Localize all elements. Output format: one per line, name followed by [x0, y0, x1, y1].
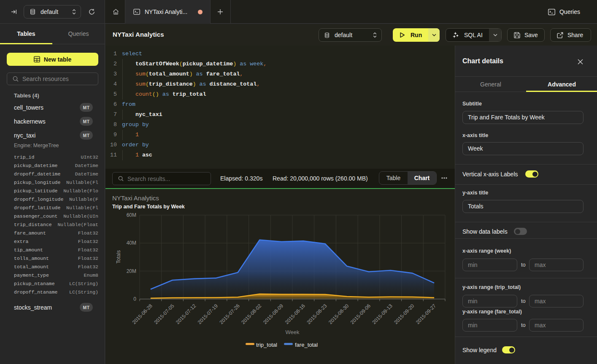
svg-text:40M: 40M — [127, 240, 136, 246]
svg-text:Trip and Fare Totals by Week: Trip and Fare Totals by Week — [112, 204, 185, 210]
svg-text:2015-06-28: 2015-06-28 — [131, 303, 154, 326]
svg-text:2015-08-09: 2015-08-09 — [262, 303, 285, 326]
svg-text:2015-07-12: 2015-07-12 — [175, 303, 197, 326]
svg-text:2015-09-27: 2015-09-27 — [415, 303, 438, 326]
svg-text:NYTaxi Analytics: NYTaxi Analytics — [112, 194, 159, 202]
svg-text:fare_total: fare_total — [295, 342, 318, 348]
svg-text:Week: Week — [286, 329, 300, 335]
svg-text:60M: 60M — [127, 212, 136, 218]
svg-text:2015-09-06: 2015-09-06 — [349, 303, 372, 326]
svg-text:2015-08-16: 2015-08-16 — [284, 303, 307, 326]
svg-text:Totals: Totals — [116, 250, 122, 263]
svg-text:2015-08-23: 2015-08-23 — [305, 303, 328, 326]
svg-text:20M: 20M — [127, 268, 136, 274]
svg-text:2015-07-26: 2015-07-26 — [218, 303, 241, 326]
svg-text:2015-07-05: 2015-07-05 — [153, 303, 176, 326]
svg-text:0: 0 — [133, 296, 136, 302]
svg-text:2015-08-30: 2015-08-30 — [327, 303, 350, 326]
svg-text:trip_total: trip_total — [256, 342, 277, 348]
svg-text:2015-08-02: 2015-08-02 — [240, 303, 263, 326]
svg-text:2015-07-19: 2015-07-19 — [197, 303, 219, 326]
svg-text:2015-09-13: 2015-09-13 — [371, 303, 394, 326]
svg-text:2015-09-20: 2015-09-20 — [393, 303, 416, 326]
